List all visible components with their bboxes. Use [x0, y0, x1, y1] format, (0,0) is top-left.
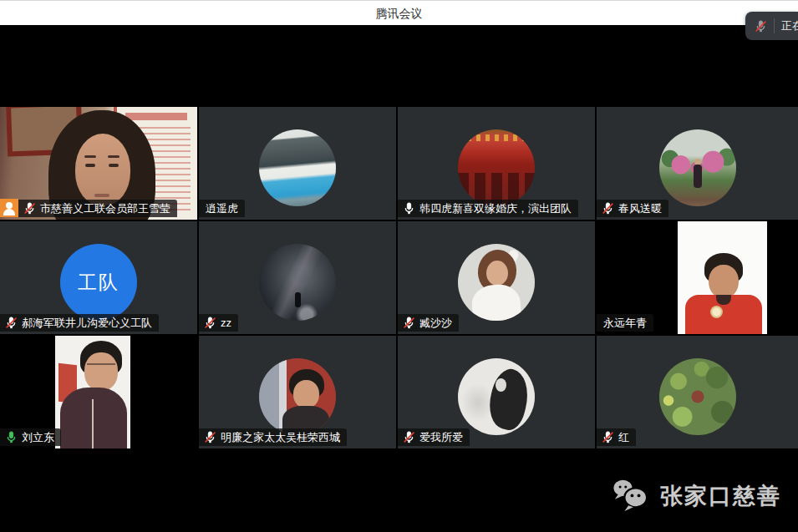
mic-muted-icon — [204, 317, 216, 329]
video-tile-active-speaker[interactable]: 刘立东 — [0, 336, 197, 448]
video-tile[interactable]: 韩四虎新喜双缘婚庆，演出团队 — [398, 107, 595, 220]
nameplate: 爱我所爱 — [398, 428, 470, 446]
participant-name: 红 — [618, 430, 629, 445]
video-tile[interactable]: 工队 郝海军联井儿沟爱心义工队 — [0, 221, 197, 334]
nameplate: 春风送暖 — [597, 200, 668, 217]
participant-name: 市慈善义工联会员部王雪莹 — [40, 201, 170, 216]
participant-name: 爱我所爱 — [419, 430, 463, 445]
mic-muted-icon[interactable] — [755, 20, 767, 33]
video-tile[interactable]: 臧沙沙 — [398, 221, 595, 334]
night-road-avatar — [259, 244, 336, 321]
window-title: 腾讯会议 — [0, 1, 798, 26]
mic-muted-icon — [204, 431, 216, 443]
mic-speaking-icon — [5, 431, 18, 443]
participant-name: zz — [221, 317, 231, 329]
mic-muted-icon — [602, 202, 614, 215]
plants-avatar — [659, 358, 736, 435]
participant-name: 明廉之家太太吴桂荣西城 — [221, 430, 340, 445]
wechat-logo-icon — [612, 477, 650, 515]
mic-muted-icon — [602, 431, 614, 443]
nameplate: 逍遥虎 — [199, 200, 245, 217]
avatar-initials: 工队 — [78, 270, 119, 296]
nameplate: 臧沙沙 — [398, 314, 459, 332]
divider — [774, 18, 775, 33]
video-tile[interactable]: 爱我所爱 — [398, 336, 595, 448]
mic-muted-icon — [5, 317, 18, 329]
participant-name: 臧沙沙 — [419, 316, 452, 331]
video-tile[interactable]: zz — [199, 221, 396, 334]
self-status-float[interactable]: 正在 — [745, 12, 798, 40]
video-tile[interactable]: 市慈善义工联会员部王雪莹 — [0, 107, 197, 220]
red-door-avatar — [259, 358, 336, 435]
participant-name: 逍遥虎 — [206, 201, 238, 216]
nameplate: zz — [199, 314, 238, 332]
video-tile[interactable]: 红 — [597, 336, 798, 448]
member-badge-icon — [0, 199, 18, 217]
nameplate: 红 — [597, 428, 636, 446]
video-grid: 市慈善义工联会员部王雪莹 逍遥虎 韩四虎新喜双缘婚庆，演出团队 — [0, 107, 798, 448]
nameplate: 永远年青 — [597, 314, 653, 332]
initials-avatar: 工队 — [60, 244, 137, 321]
nameplate: 郝海军联井儿沟爱心义工队 — [0, 314, 159, 332]
mic-muted-icon — [403, 317, 415, 329]
portrait-avatar — [458, 244, 535, 321]
video-tile[interactable]: 春风送暖 — [597, 107, 798, 220]
video-tile[interactable]: 明廉之家太太吴桂荣西城 — [199, 336, 396, 448]
participant-name: 刘立东 — [22, 430, 54, 445]
blossom-avatar — [659, 129, 736, 206]
video-tile[interactable]: 永远年青 — [597, 221, 798, 334]
nameplate: 市慈善义工联会员部王雪莹 — [0, 199, 177, 217]
mic-muted-icon — [403, 431, 415, 443]
titlebar: 腾讯会议 — [0, 0, 798, 25]
watermark-text: 张家口慈善 — [660, 481, 781, 511]
nameplate: 明廉之家太太吴桂荣西城 — [199, 428, 347, 446]
mic-on-icon — [403, 202, 415, 215]
nameplate: 韩四虎新喜双缘婚庆，演出团队 — [398, 200, 578, 217]
bus-avatar — [259, 129, 336, 206]
speaking-status-text: 正在 — [781, 18, 798, 33]
participant-name: 韩四虎新喜双缘婚庆，演出团队 — [419, 201, 572, 216]
participant-name: 郝海军联井儿沟爱心义工队 — [22, 316, 152, 331]
video-tile[interactable]: 逍遥虎 — [199, 107, 396, 220]
nameplate: 刘立东 — [0, 428, 61, 446]
storefront-avatar — [458, 129, 535, 206]
watermark: 张家口慈善 — [612, 477, 781, 515]
participant-name: 永远年青 — [603, 316, 647, 331]
participant-name: 春风送暖 — [618, 201, 662, 216]
mic-muted-icon — [23, 202, 36, 215]
bw-portrait-avatar — [458, 358, 535, 435]
